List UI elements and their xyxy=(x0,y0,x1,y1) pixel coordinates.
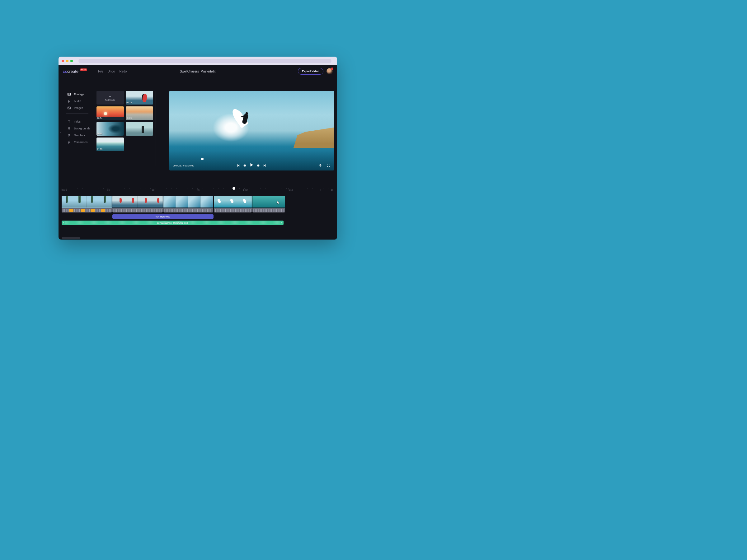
clip-label: VO_Taylor.mp3 xyxy=(156,216,171,218)
zoom-in-icon[interactable]: + xyxy=(319,188,323,192)
ruler-tick: 1:15 xyxy=(288,189,293,191)
preview-controls: 00:00:17 / 03:30:00 xyxy=(169,161,334,170)
rewind-icon[interactable] xyxy=(243,163,246,168)
timeline-clip[interactable] xyxy=(252,196,285,212)
sidebar-item-backgrounds[interactable]: Backgrounds xyxy=(67,125,97,132)
ruler-tick: 45 xyxy=(197,189,200,191)
clip-audio-waveform xyxy=(163,208,213,212)
play-icon[interactable] xyxy=(249,163,254,168)
export-button[interactable]: Export Video xyxy=(298,68,323,75)
playhead[interactable] xyxy=(234,188,234,235)
logo[interactable]: cccreate BETA xyxy=(63,69,87,74)
fit-icon[interactable]: ⇔ xyxy=(330,188,334,192)
cursor-icon xyxy=(277,200,280,204)
video-track[interactable] xyxy=(61,196,334,212)
skip-end-icon[interactable] xyxy=(263,163,266,168)
voiceover-clip[interactable]: VO_Taylor.mp3 xyxy=(112,214,213,219)
layers-icon xyxy=(67,127,71,130)
window-minimize-icon[interactable] xyxy=(66,60,69,62)
fullscreen-icon[interactable] xyxy=(327,163,330,168)
preview-scene-cliff xyxy=(293,126,334,148)
tracks: VO_Taylor.mp3 Let'sGoSurfing_TheDrums.mp… xyxy=(61,196,334,225)
timeline-clip[interactable] xyxy=(214,196,252,212)
sidebar-item-label: Backgrounds xyxy=(74,127,91,130)
svg-point-2 xyxy=(70,101,70,102)
preview-viewport[interactable]: 00:00:17 / 03:30:00 xyxy=(169,91,334,170)
sidebar-item-label: Footage xyxy=(74,93,84,96)
menu-file[interactable]: File xyxy=(98,70,103,73)
media-clip[interactable]: 00:15 xyxy=(126,91,153,105)
add-media-button[interactable]: + Add Media xyxy=(97,91,124,105)
svg-point-1 xyxy=(68,102,69,102)
preview-scrub-handle[interactable] xyxy=(201,158,204,160)
sidebar-item-label: Audio xyxy=(74,100,81,103)
horizontal-scrollbar[interactable] xyxy=(61,237,80,239)
ruler-tick: 30 xyxy=(152,189,154,191)
sidebar-item-label: Titles xyxy=(74,120,81,123)
project-title: SwellChasers_MasterEdit xyxy=(180,70,216,73)
clip-duration: 01:08 xyxy=(97,148,102,150)
menu-redo[interactable]: Redo xyxy=(119,70,127,73)
music-icon xyxy=(67,99,71,103)
media-clip[interactable]: 00:34 xyxy=(97,106,124,120)
url-bar[interactable] xyxy=(78,59,332,63)
clip-audio-waveform xyxy=(252,208,285,212)
avatar[interactable] xyxy=(327,68,333,74)
menu-undo[interactable]: Undo xyxy=(107,70,115,73)
topbar: cccreate BETA File Undo Redo SwellChaser… xyxy=(58,65,337,77)
collapse-sidebar-icon[interactable]: ‹‹ xyxy=(60,131,61,134)
media-clip[interactable] xyxy=(126,122,153,136)
add-media-label: Add Media xyxy=(105,99,115,101)
window-close-icon[interactable] xyxy=(61,60,64,62)
timeline-clip[interactable] xyxy=(163,196,213,212)
music-clip[interactable]: Let'sGoSurfing_TheDrums.mp3 xyxy=(61,220,284,225)
timeline: + − ⇔ 0 sec1530451 min1:15 VO_Taylor.mp3… xyxy=(58,187,337,240)
forward-icon[interactable] xyxy=(257,163,260,168)
text-icon xyxy=(67,120,71,124)
clip-duration: 00:44 xyxy=(97,133,102,135)
clip-duration: 00:34 xyxy=(97,117,102,119)
svg-point-5 xyxy=(69,134,70,136)
app-root: cccreate BETA File Undo Redo SwellChaser… xyxy=(58,65,337,240)
logo-prefix: cc xyxy=(63,69,67,74)
preview-timecode: 00:00:17 / 03:30:00 xyxy=(173,164,194,167)
svg-rect-0 xyxy=(68,93,70,96)
sidebar-item-images[interactable]: Images xyxy=(67,105,97,111)
timeline-clip[interactable] xyxy=(61,196,112,212)
media-panel: + Add Media 00:15 00:34 01:28 00:44 01:0… xyxy=(97,77,156,187)
plus-icon: + xyxy=(109,95,111,98)
timeline-ruler[interactable]: + − ⇔ 0 sec1530451 min1:15 xyxy=(61,189,334,193)
preview-scrubber[interactable] xyxy=(173,159,330,159)
sidebar: ‹‹ Footage Audio Images Titles xyxy=(58,77,97,187)
media-clip[interactable]: 01:28 xyxy=(126,106,153,120)
main-area: ‹‹ Footage Audio Images Titles xyxy=(58,77,337,187)
sidebar-item-audio[interactable]: Audio xyxy=(67,98,97,105)
sidebar-divider xyxy=(66,113,88,116)
media-clip[interactable]: 00:44 xyxy=(97,122,124,136)
graphics-icon xyxy=(67,133,71,137)
sidebar-item-label: Images xyxy=(74,106,83,109)
image-icon xyxy=(67,106,71,110)
ruler-tick: 1 min xyxy=(243,189,248,191)
sidebar-item-label: Graphics xyxy=(74,134,85,137)
browser-chrome xyxy=(58,57,337,65)
timeline-clip[interactable] xyxy=(112,196,163,212)
sidebar-item-footage[interactable]: Footage xyxy=(67,91,97,98)
clip-audio-waveform xyxy=(214,208,252,212)
media-clip[interactable]: 01:08 xyxy=(97,137,124,151)
notification-badge-icon xyxy=(331,68,333,70)
sidebar-item-titles[interactable]: Titles xyxy=(67,118,97,125)
zoom-out-icon[interactable]: − xyxy=(325,188,328,192)
beta-badge: BETA xyxy=(80,69,87,71)
sidebar-item-graphics[interactable]: Graphics xyxy=(67,132,97,139)
preview-scene-surfer xyxy=(232,105,251,133)
skip-start-icon[interactable] xyxy=(237,163,240,168)
window-maximize-icon[interactable] xyxy=(70,60,73,62)
clip-duration: 01:28 xyxy=(127,117,132,119)
sidebar-item-transitions[interactable]: Transitions xyxy=(67,139,97,145)
clip-audio-waveform xyxy=(112,208,163,212)
film-icon xyxy=(67,92,71,96)
volume-icon[interactable] xyxy=(318,163,322,168)
scrollbar[interactable] xyxy=(156,91,156,165)
bolt-icon xyxy=(67,140,71,144)
